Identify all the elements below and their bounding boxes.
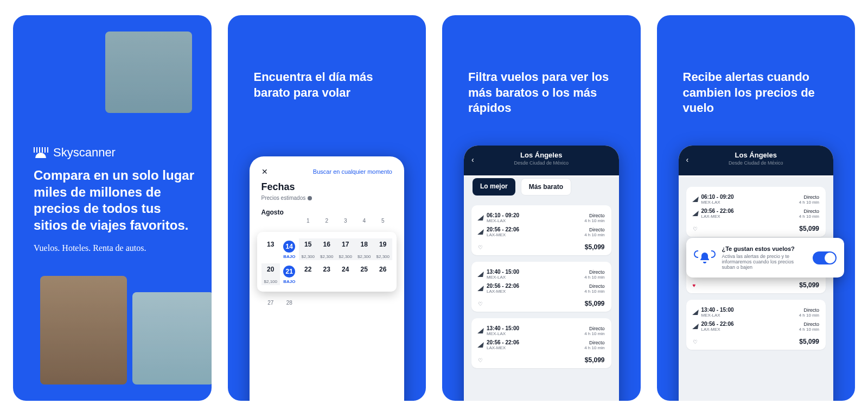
calendar-day[interactable]: 21BAJO bbox=[280, 263, 299, 285]
airline-tail-icon bbox=[692, 324, 699, 329]
phone-mock-calendar: ✕ Buscar en cualquier momento Fechas Pre… bbox=[250, 156, 405, 401]
flight-price: $5,099 bbox=[585, 243, 605, 251]
flight-card[interactable]: 13:40 - 15:00MEX-LAX Directo4 h 10 min 2… bbox=[686, 300, 826, 350]
calendar-first-row: 1 2 3 4 5 bbox=[261, 216, 393, 225]
bell-icon bbox=[698, 251, 711, 264]
airline-tail-icon bbox=[477, 272, 484, 277]
info-dot-icon bbox=[308, 196, 312, 200]
phone-mock-alerts: ‹ Los Ángeles Desde Ciudad de México 06:… bbox=[679, 146, 834, 401]
calendar-day[interactable]: 22 bbox=[299, 263, 318, 285]
origin-label: Desde Ciudad de México bbox=[471, 160, 611, 166]
results-header: ‹ Los Ángeles Desde Ciudad de México bbox=[464, 146, 619, 175]
calendar-day[interactable]: 13 bbox=[261, 238, 280, 260]
alert-body: Activa las alertas de precio y te inform… bbox=[722, 254, 807, 270]
flight-price: $5,099 bbox=[799, 225, 819, 232]
calendar-day[interactable]: 23 bbox=[317, 263, 336, 285]
favorite-icon[interactable]: ♡ bbox=[693, 226, 698, 232]
calendar-trailing-row: 27 28 bbox=[261, 298, 393, 307]
tab-cheap[interactable]: Más barato bbox=[521, 178, 571, 196]
airline-tail-icon bbox=[477, 286, 484, 291]
promo-card-1: Skyscanner Compara en un solo lugar mile… bbox=[13, 15, 212, 401]
search-anytime-link[interactable]: Buscar en cualquier momento bbox=[313, 168, 392, 175]
card3-title: Filtra vuelos para ver los más baratos o… bbox=[468, 70, 615, 116]
calendar-day[interactable]: 26 bbox=[374, 263, 393, 285]
airline-tail-icon bbox=[692, 310, 699, 315]
calendar-day[interactable]: 14BAJO bbox=[280, 238, 299, 260]
airline-tail-icon bbox=[477, 229, 484, 235]
flight-card[interactable]: 06:10 - 09:20MEX-LAX Directo4 h 10 min 2… bbox=[471, 205, 611, 255]
card4-title: Recibe alertas cuando cambien los precio… bbox=[683, 70, 829, 116]
promo-photo-beach bbox=[132, 292, 212, 385]
promo-card-3: Filtra vuelos para ver los más baratos o… bbox=[442, 15, 641, 401]
flight-card[interactable]: 13:40 - 15:00MEX-LAX Directo4 h 10 min 2… bbox=[471, 318, 611, 368]
dest-city: Los Ángeles bbox=[686, 151, 826, 159]
flight-card[interactable]: 13:40 - 15:00MEX-LAX Directo4 h 10 min 2… bbox=[471, 262, 611, 312]
calendar-day[interactable]: 25 bbox=[355, 263, 374, 285]
back-icon[interactable]: ‹ bbox=[471, 155, 474, 164]
calendar-day[interactable]: 17$2,300 bbox=[336, 238, 355, 260]
calendar-day[interactable]: 18$2,300 bbox=[355, 238, 374, 260]
dest-city: Los Ángeles bbox=[471, 151, 611, 159]
favorite-icon[interactable]: ♡ bbox=[693, 339, 698, 345]
origin-label: Desde Ciudad de México bbox=[686, 160, 826, 166]
promo-headline: Compara en un solo lugar miles de millon… bbox=[34, 167, 195, 234]
flight-price: $5,099 bbox=[799, 338, 819, 345]
favorite-icon[interactable]: ♡ bbox=[478, 301, 483, 307]
tab-best[interactable]: Lo mejor bbox=[473, 178, 515, 196]
flight-price: $5,099 bbox=[585, 300, 605, 307]
airline-tail-icon bbox=[477, 328, 484, 333]
back-icon[interactable]: ‹ bbox=[686, 155, 689, 164]
flight-price: $5,099 bbox=[585, 356, 605, 364]
close-icon[interactable]: ✕ bbox=[261, 167, 268, 176]
favorite-icon[interactable]: ♥ bbox=[693, 282, 696, 288]
airline-tail-icon bbox=[692, 197, 699, 202]
airline-tail-icon bbox=[477, 215, 484, 220]
airline-tail-icon bbox=[692, 211, 699, 216]
calendar-day[interactable]: 20$2,100 bbox=[261, 263, 280, 285]
calendar-highlight-weeks: 1314BAJO15$2,30016$2,30017$2,30018$2,300… bbox=[257, 232, 397, 292]
brand-sun-icon bbox=[34, 147, 49, 158]
month-label: Agosto bbox=[261, 209, 393, 216]
flight-card[interactable]: 06:10 - 09:20MEX-LAX Directo4 h 10 min 2… bbox=[686, 187, 826, 237]
card2-title: Encuentra el día más barato para volar bbox=[254, 70, 400, 100]
promo-subline: Vuelos. Hoteles. Renta de autos. bbox=[34, 243, 195, 253]
flight-price: $5,099 bbox=[799, 281, 819, 289]
calendar-day[interactable]: 16$2,300 bbox=[317, 238, 336, 260]
favorite-icon[interactable]: ♡ bbox=[478, 357, 483, 363]
promo-card-4: Recibe alertas cuando cambien los precio… bbox=[657, 15, 856, 401]
results-header-2: ‹ Los Ángeles Desde Ciudad de México bbox=[679, 146, 834, 175]
alert-heading: ¿Te gustan estos vuelos? bbox=[722, 245, 807, 252]
estimated-prices-label: Precios estimados bbox=[261, 195, 306, 201]
calendar-day[interactable]: 19$2,300 bbox=[374, 238, 393, 260]
promo-photo-camera bbox=[105, 31, 192, 113]
brand-name: Skyscanner bbox=[53, 146, 116, 160]
promo-photo-tourist bbox=[40, 276, 127, 385]
calendar-day[interactable]: 15$2,300 bbox=[299, 238, 318, 260]
promo-card-2: Encuentra el día más barato para volar ✕… bbox=[228, 15, 426, 401]
price-alert-popup: ¿Te gustan estos vuelos? Activa las aler… bbox=[686, 238, 845, 278]
favorite-icon[interactable]: ♡ bbox=[478, 244, 483, 250]
alert-toggle[interactable] bbox=[813, 251, 837, 264]
phone-mock-filters: ‹ Los Ángeles Desde Ciudad de México 06:… bbox=[464, 146, 619, 401]
airline-tail-icon bbox=[477, 342, 484, 348]
calendar-day[interactable]: 24 bbox=[336, 263, 355, 285]
dates-heading: Fechas bbox=[261, 181, 393, 193]
